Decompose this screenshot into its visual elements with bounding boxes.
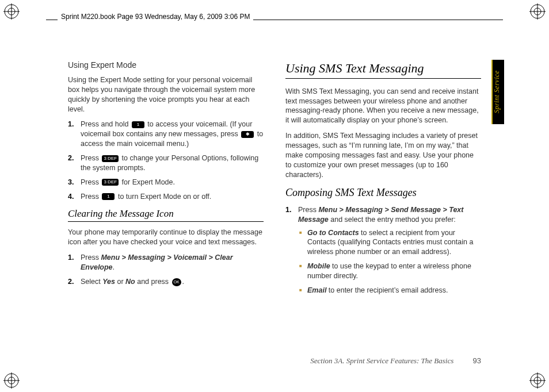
step-2: 2. Press 3 DEF to change your Personal O…: [68, 153, 264, 173]
section-tab-label: Sprint Service: [493, 60, 504, 124]
step-1: 1. Press Menu > Messaging > Voicemail > …: [68, 253, 264, 272]
paragraph: In addition, SMS Text Messaging includes…: [285, 131, 481, 179]
page-number: 93: [473, 356, 481, 365]
step-text: and select the entry method you prefer:: [329, 216, 456, 224]
term-mobile: Mobile: [307, 262, 330, 270]
running-header: Sprint M220.book Page 93 Wednesday, May …: [58, 13, 253, 21]
step-number: 4.: [68, 192, 74, 202]
step-text: and press: [135, 278, 171, 286]
step-text: Press: [81, 154, 101, 162]
compose-sms-steps: 1. Press Menu > Messaging > Send Message…: [285, 205, 481, 295]
step-number: 1.: [285, 205, 291, 215]
step-2: 2. Select Yes or No and press OK.: [68, 277, 264, 287]
paragraph: With SMS Text Messaging, you can send an…: [285, 87, 481, 126]
list-item-text: to enter the recipient’s email address.: [326, 286, 448, 294]
content-columns: Using Expert Mode Using the Expert Mode …: [68, 60, 481, 346]
heading-composing-sms: Composing SMS Text Messages: [285, 186, 481, 199]
step-text: to turn Expert Mode on or off.: [116, 193, 211, 201]
key-3-icon: 3 DEF: [102, 155, 119, 162]
section-tab: Sprint Service: [491, 60, 504, 124]
footer-section-title: Section 3A. Sprint Service Features: The…: [310, 356, 453, 365]
step-text: Press: [81, 178, 101, 186]
right-column: Using SMS Text Messaging With SMS Text M…: [285, 60, 481, 346]
page-footer: Section 3A. Sprint Service Features: The…: [0, 356, 481, 366]
crop-mark-icon: [529, 3, 546, 20]
expert-mode-steps: 1. Press and hold 1 to access your voice…: [68, 120, 264, 201]
list-item: Mobile to use the keypad to enter a wire…: [298, 262, 481, 281]
step-text: Press and hold: [81, 120, 131, 128]
key-ok-icon: OK: [172, 278, 181, 286]
paragraph: Using the Expert Mode setting for your p…: [68, 75, 264, 114]
term-yes: Yes: [102, 278, 115, 286]
crop-mark-icon: [3, 372, 20, 389]
step-1: 1. Press and hold 1 to access your voice…: [68, 120, 264, 149]
clear-icon-steps: 1. Press Menu > Messaging > Voicemail > …: [68, 253, 264, 287]
step-number: 2.: [68, 153, 74, 163]
crop-mark-icon: [3, 3, 20, 20]
heading-using-sms: Using SMS Text Messaging: [285, 60, 481, 79]
key-1-icon: 1: [102, 193, 115, 200]
step-text: or: [115, 278, 125, 286]
step-text: Press: [298, 206, 318, 214]
crop-mark-icon: [529, 372, 546, 389]
paragraph: Your phone may temporarily continue to d…: [68, 228, 264, 247]
step-3: 3. Press 3 DEF for Expert Mode.: [68, 178, 264, 187]
list-item: Go to Contacts to select a recipient fro…: [298, 228, 481, 258]
left-column: Using Expert Mode Using the Expert Mode …: [68, 60, 264, 346]
list-item-text: to use the keypad to enter a wireless ph…: [307, 262, 471, 280]
key-1-icon: 1: [132, 121, 144, 128]
term-go-to-contacts: Go to Contacts: [307, 229, 359, 237]
step-text: Press: [81, 253, 101, 262]
key-star-icon: ✱: [241, 131, 254, 138]
key-3-icon: 3 DEF: [102, 179, 119, 186]
menu-path: Menu > Messaging > Voicemail > Clear Env…: [81, 253, 233, 271]
heading-using-expert-mode: Using Expert Mode: [68, 60, 264, 71]
step-4: 4. Press 1 to turn Expert Mode on or off…: [68, 192, 264, 202]
step-text: Select: [81, 278, 102, 286]
step-text: for Expert Mode.: [120, 178, 175, 186]
step-number: 1.: [68, 253, 74, 263]
entry-methods-list: Go to Contacts to select a recipient fro…: [298, 228, 481, 295]
step-text: .: [113, 263, 115, 271]
step-number: 2.: [68, 277, 74, 287]
step-text: .: [182, 278, 184, 286]
step-number: 1.: [68, 120, 74, 129]
page: Sprint M220.book Page 93 Wednesday, May …: [0, 0, 549, 392]
step-number: 3.: [68, 178, 74, 187]
heading-clearing-message-icon: Clearing the Message Icon: [68, 207, 264, 222]
term-email: Email: [307, 286, 326, 294]
term-no: No: [125, 278, 135, 286]
step-1: 1. Press Menu > Messaging > Send Message…: [285, 205, 481, 295]
list-item: Email to enter the recipient’s email add…: [298, 286, 481, 295]
step-text: Press: [81, 193, 101, 201]
